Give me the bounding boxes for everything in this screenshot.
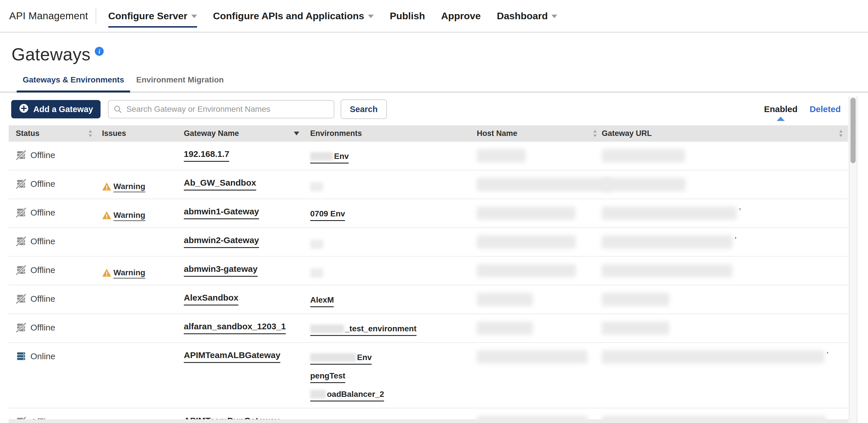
issue-warning-link[interactable]: Warning — [114, 182, 145, 191]
nav-item-dashboard[interactable]: Dashboard — [497, 0, 558, 32]
table-row: Offlineabmwin2-Gateway’ — [9, 228, 848, 256]
column-label: Gateway Name — [184, 129, 239, 138]
app-title: API Management — [9, 10, 88, 22]
redacted-text — [310, 240, 323, 249]
column-header-host-name[interactable]: Host Name — [474, 125, 599, 142]
gateway-name-link[interactable]: AlexSandbox — [184, 293, 239, 305]
filter-enabled[interactable]: Enabled — [764, 104, 798, 114]
add-gateway-button[interactable]: Add a Gateway — [11, 100, 100, 118]
tab-environment-migration[interactable]: Environment Migration — [130, 75, 230, 93]
info-icon[interactable]: i — [95, 47, 104, 56]
environment-label: Env — [334, 152, 349, 161]
tab-gateways-environments[interactable]: Gateways & Environments — [17, 75, 130, 93]
nav-item-label: Publish — [390, 10, 425, 22]
gateway-name-link[interactable]: abmwin1-Gateway — [184, 207, 259, 219]
server-offline-icon — [16, 178, 26, 189]
redacted-host-name — [477, 350, 587, 364]
search-input[interactable] — [126, 104, 329, 114]
column-label: Host Name — [477, 129, 517, 138]
top-nav: API Management Configure ServerConfigure… — [0, 0, 868, 33]
host-name-cell — [474, 350, 599, 365]
environment-link[interactable]: Env — [310, 353, 372, 365]
status-cell: Offline — [9, 322, 98, 333]
environment-link[interactable]: _test_environment — [310, 324, 416, 336]
nav-item-label: Configure Server — [108, 10, 188, 22]
host-name-cell — [474, 264, 599, 278]
sort-desc-icon — [294, 131, 299, 135]
environments-cell: _test_environment — [307, 324, 474, 336]
gateway-name-link[interactable]: 192.168.1.7 — [184, 149, 229, 162]
environments-cell — [307, 238, 474, 249]
environment-label: Env — [357, 353, 372, 362]
gateway-name-link[interactable]: alfaran_sandbox_1203_1 — [184, 322, 286, 334]
plus-circle-icon — [19, 103, 29, 116]
status-label: Offline — [30, 150, 55, 160]
environment-link[interactable]: Env — [310, 152, 349, 163]
server-offline-icon — [16, 207, 26, 218]
toolbar: Add a Gateway Search Enabled Deleted — [9, 99, 848, 119]
gateway-name-cell: APIMTeamALBGateway — [180, 350, 307, 363]
search-button[interactable]: Search — [341, 99, 387, 119]
nav-item-configure-apis-and-applications[interactable]: Configure APIs and Applications — [213, 0, 374, 32]
server-offline-icon — [16, 322, 26, 333]
gateway-name-link[interactable]: abmwin3-gateway — [184, 264, 258, 277]
environment-link[interactable]: pengTest — [310, 371, 345, 383]
column-header-gateway-name[interactable]: Gateway Name — [180, 125, 307, 142]
chevron-down-icon — [552, 14, 557, 18]
vertical-scrollbar[interactable] — [849, 96, 857, 423]
status-label: Offline — [30, 294, 55, 304]
issue-warning-link[interactable]: Warning — [114, 268, 145, 277]
status-cell: Offline — [9, 207, 98, 218]
gateway-name-cell: alfaran_sandbox_1203_1 — [180, 322, 307, 334]
gateway-url-cell: ’ — [599, 235, 848, 248]
environment-label: pengTest — [310, 371, 345, 381]
environments-cell: Env — [307, 152, 474, 163]
chevron-down-icon — [368, 14, 374, 18]
column-header-gateway-url[interactable]: Gateway URL — [599, 125, 848, 142]
redacted-text — [310, 390, 326, 399]
gateway-name-link[interactable]: abmwin2-Gateway — [184, 235, 259, 248]
nav-item-approve[interactable]: Approve — [441, 0, 481, 32]
redacted-host-name — [477, 178, 612, 191]
search-icon — [113, 104, 122, 114]
issue-warning-link[interactable]: Warning — [114, 211, 145, 220]
environments-cell — [307, 180, 474, 191]
status-cell: Offline — [9, 265, 98, 275]
environments-cell: 0709 Env — [307, 209, 474, 221]
title-row: Gateways i — [0, 33, 868, 64]
warning-triangle-icon — [102, 211, 112, 220]
redacted-host-name — [477, 322, 533, 335]
gateway-name-link[interactable]: APIMTeamALBGateway — [184, 350, 280, 363]
table-header: StatusIssuesGateway NameEnvironmentsHost… — [9, 125, 848, 142]
environment-label: 0709 Env — [310, 209, 345, 218]
gateway-name-link[interactable]: Ab_GW_Sandbox — [184, 178, 256, 190]
sort-both-icon — [88, 130, 92, 138]
gateway-url-cell: ’ — [599, 207, 848, 220]
filter-deleted[interactable]: Deleted — [810, 104, 841, 114]
redacted-gateway-url — [602, 350, 824, 364]
environment-link[interactable]: 0709 Env — [310, 209, 345, 221]
column-header-issues: Issues — [98, 125, 180, 142]
redacted-text — [310, 353, 356, 362]
status-label: Offline — [30, 208, 55, 217]
url-quote-mark: ’ — [739, 207, 741, 215]
redacted-text — [310, 182, 323, 191]
gateway-url-cell — [599, 149, 848, 162]
nav-item-configure-server[interactable]: Configure Server — [108, 0, 197, 32]
url-quote-mark: ’ — [827, 351, 828, 359]
status-label: Offline — [30, 179, 55, 189]
scrollbar-thumb[interactable] — [850, 98, 856, 163]
column-header-status[interactable]: Status — [9, 125, 98, 142]
host-name-cell — [474, 149, 599, 163]
server-offline-icon — [16, 265, 26, 275]
environment-link[interactable]: oadBalancer_2 — [310, 390, 384, 401]
nav-item-publish[interactable]: Publish — [390, 0, 425, 32]
server-offline-icon — [16, 293, 26, 304]
status-cell: Offline — [9, 293, 98, 304]
chevron-down-icon — [191, 14, 197, 18]
status-cell: Offline — [9, 150, 98, 160]
nav-item-label: Dashboard — [497, 10, 548, 22]
nav-item-label: Approve — [441, 10, 481, 22]
server-online-icon — [16, 351, 26, 362]
environment-link[interactable]: AlexM — [310, 295, 334, 307]
